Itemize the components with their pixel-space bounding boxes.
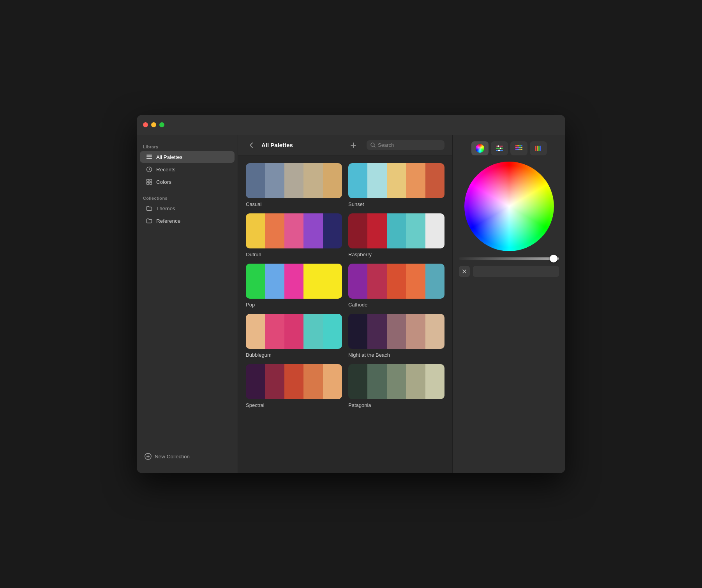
palette-name: Outrun (246, 252, 342, 257)
svg-rect-20 (515, 147, 517, 148)
svg-rect-22 (519, 147, 521, 148)
hex-input-row (459, 266, 559, 277)
palettes-grid: CasualSunsetOutrunRaspberryPopCathodeBub… (238, 155, 452, 473)
svg-rect-26 (519, 149, 521, 150)
search-input[interactable] (378, 142, 441, 148)
palette-name: Cathode (348, 302, 444, 308)
new-collection-label: New Collection (155, 454, 190, 459)
sidebar-item-recents[interactable]: Recents (140, 164, 235, 175)
brightness-slider-row (459, 257, 559, 260)
search-icon (370, 143, 376, 148)
clock-icon (146, 166, 152, 173)
sidebar-item-colors[interactable]: Colors (140, 176, 235, 188)
minimize-button[interactable] (151, 122, 156, 127)
tab-crayons[interactable] (530, 141, 547, 155)
close-button[interactable] (143, 122, 148, 127)
library-section-label: Library (137, 141, 238, 151)
add-palette-button[interactable] (348, 140, 359, 151)
page-title: All Palettes (261, 142, 343, 148)
palette-item-raspberry[interactable]: Raspberry (348, 213, 444, 257)
palette-item-pop[interactable]: Pop (246, 264, 342, 308)
sidebar-item-reference[interactable]: Reference (140, 215, 235, 227)
palette-swatch (348, 163, 444, 198)
palette-name: Patagonia (348, 402, 444, 408)
svg-rect-1 (146, 157, 152, 158)
svg-rect-7 (150, 182, 152, 185)
svg-rect-31 (540, 146, 541, 151)
svg-rect-28 (535, 146, 536, 151)
tab-sliders[interactable] (491, 141, 508, 155)
palette-swatch (348, 213, 444, 248)
palette-item-patagonia[interactable]: Patagonia (348, 364, 444, 408)
svg-rect-0 (146, 155, 152, 156)
palette-name: Raspberry (348, 252, 444, 257)
new-collection-button[interactable]: New Collection (143, 451, 231, 462)
palette-item-sunset[interactable]: Sunset (348, 163, 444, 207)
brightness-slider[interactable] (459, 257, 559, 260)
palette-item-outrun[interactable]: Outrun (246, 213, 342, 257)
svg-rect-30 (538, 146, 540, 151)
maximize-button[interactable] (159, 122, 164, 127)
svg-rect-11 (496, 148, 503, 149)
svg-rect-17 (517, 145, 519, 146)
app-window: Library All Palettes (137, 115, 565, 473)
close-icon (462, 269, 467, 274)
plus-circle-icon (145, 453, 152, 460)
sidebar-item-all-palettes[interactable]: All Palettes (140, 151, 235, 163)
svg-rect-19 (521, 145, 522, 146)
palette-swatch (246, 314, 342, 349)
titlebar (137, 115, 565, 135)
sidebar-item-colors-label: Colors (156, 179, 171, 185)
sidebar-item-recents-label: Recents (156, 167, 176, 173)
collections-section-label: Collections (137, 193, 238, 202)
palette-name: Casual (246, 201, 342, 207)
svg-point-15 (498, 150, 500, 151)
palette-swatch (348, 264, 444, 299)
back-button[interactable] (246, 140, 257, 151)
palette-item-bubblegum[interactable]: Bubblegum (246, 314, 342, 358)
hex-input[interactable] (473, 266, 559, 277)
tab-color-wheel[interactable] (471, 141, 489, 155)
svg-rect-24 (515, 149, 517, 150)
crayons-tab-icon (534, 144, 543, 153)
palette-swatch (348, 364, 444, 399)
svg-point-13 (497, 145, 499, 147)
sidebar-item-themes[interactable]: Themes (140, 202, 235, 214)
folder-themes-icon (146, 205, 152, 211)
content-area: Library All Palettes (137, 135, 565, 473)
svg-rect-4 (147, 180, 149, 182)
palette-item-spectral[interactable]: Spectral (246, 364, 342, 408)
color-wheel-container (459, 162, 559, 251)
svg-rect-5 (150, 180, 152, 182)
tab-color-grid[interactable] (510, 141, 527, 155)
grid-tab-icon (515, 144, 523, 153)
sliders-tab-icon (495, 144, 504, 153)
svg-rect-23 (521, 147, 522, 148)
svg-rect-25 (517, 149, 519, 150)
palette-swatch (246, 163, 342, 198)
sidebar-bottom: New Collection (137, 446, 238, 467)
palette-name: Sunset (348, 201, 444, 207)
palette-swatch (246, 213, 342, 248)
palette-item-cathode[interactable]: Cathode (348, 264, 444, 308)
folder-reference-icon (146, 218, 152, 224)
palette-item-night-at-the-beach[interactable]: Night at the Beach (348, 314, 444, 358)
color-wheel[interactable] (464, 162, 554, 251)
palette-name: Night at the Beach (348, 352, 444, 358)
main-header: All Palettes (238, 135, 452, 155)
svg-rect-10 (496, 146, 503, 147)
main-panel: All Palettes Casual (238, 135, 452, 473)
svg-rect-18 (519, 145, 521, 146)
palette-name: Pop (246, 302, 342, 308)
svg-point-14 (500, 148, 501, 149)
svg-rect-21 (517, 147, 519, 148)
svg-rect-6 (147, 182, 149, 185)
palette-item-casual[interactable]: Casual (246, 163, 342, 207)
sidebar: Library All Palettes (137, 135, 238, 473)
palette-name: Bubblegum (246, 352, 342, 358)
brightness-handle[interactable] (550, 255, 557, 262)
right-panel (452, 135, 565, 473)
palette-name: Spectral (246, 402, 342, 408)
close-panel-button[interactable] (459, 266, 470, 277)
svg-rect-29 (537, 146, 538, 151)
